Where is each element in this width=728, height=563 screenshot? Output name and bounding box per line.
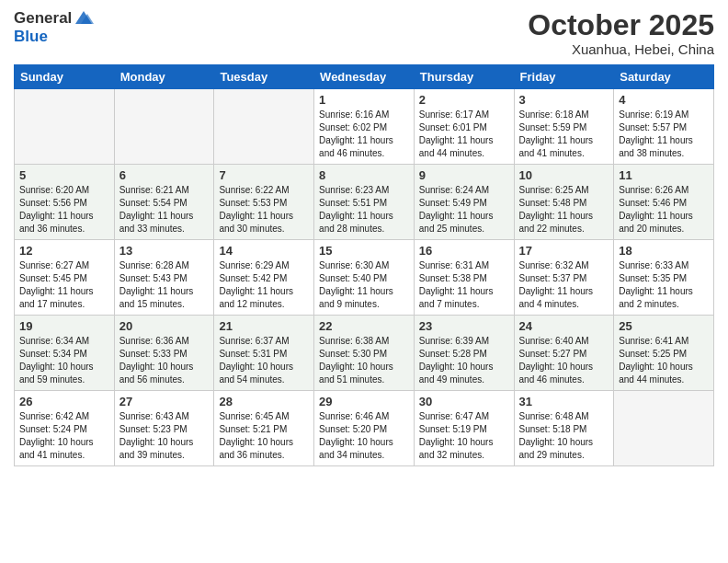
logo: General Blue — [14, 9, 94, 46]
day-info: Sunrise: 6:40 AMSunset: 5:27 PMDaylight:… — [519, 335, 609, 386]
calendar-cell: 28Sunrise: 6:45 AMSunset: 5:21 PMDayligh… — [214, 391, 314, 466]
day-info: Sunrise: 6:28 AMSunset: 5:43 PMDaylight:… — [119, 259, 210, 311]
calendar-week-row: 19Sunrise: 6:34 AMSunset: 5:34 PMDayligh… — [15, 316, 714, 391]
day-info: Sunrise: 6:17 AMSunset: 6:01 PMDaylight:… — [419, 109, 509, 160]
calendar-cell: 21Sunrise: 6:37 AMSunset: 5:31 PMDayligh… — [214, 316, 314, 391]
calendar-cell: 27Sunrise: 6:43 AMSunset: 5:23 PMDayligh… — [114, 391, 214, 466]
day-info: Sunrise: 6:36 AMSunset: 5:33 PMDaylight:… — [119, 335, 210, 386]
day-number: 31 — [519, 395, 609, 408]
calendar-cell: 30Sunrise: 6:47 AMSunset: 5:19 PMDayligh… — [414, 391, 514, 466]
day-number: 29 — [319, 395, 409, 408]
day-info: Sunrise: 6:46 AMSunset: 5:20 PMDaylight:… — [319, 410, 409, 462]
day-info: Sunrise: 6:24 AMSunset: 5:49 PMDaylight:… — [419, 184, 509, 236]
day-number: 3 — [519, 93, 609, 107]
day-number: 23 — [419, 319, 509, 333]
day-info: Sunrise: 6:41 AMSunset: 5:25 PMDaylight:… — [619, 335, 709, 386]
weekday-header-friday: Friday — [514, 65, 614, 89]
day-number: 30 — [419, 395, 509, 408]
day-number: 22 — [319, 319, 409, 333]
month-title: October 2025 — [528, 9, 714, 41]
calendar-cell: 25Sunrise: 6:41 AMSunset: 5:25 PMDayligh… — [614, 316, 714, 391]
day-number: 14 — [219, 244, 309, 258]
calendar-cell: 11Sunrise: 6:26 AMSunset: 5:46 PMDayligh… — [614, 165, 714, 240]
calendar-week-row: 26Sunrise: 6:42 AMSunset: 5:24 PMDayligh… — [15, 391, 714, 466]
calendar-cell — [114, 89, 214, 165]
calendar-cell: 10Sunrise: 6:25 AMSunset: 5:48 PMDayligh… — [514, 165, 614, 240]
weekday-header-sunday: Sunday — [15, 65, 115, 89]
weekday-header-saturday: Saturday — [614, 65, 714, 89]
weekday-header-monday: Monday — [114, 65, 214, 89]
day-info: Sunrise: 6:31 AMSunset: 5:38 PMDaylight:… — [419, 259, 509, 311]
day-number: 10 — [519, 168, 609, 182]
calendar-cell: 18Sunrise: 6:33 AMSunset: 5:35 PMDayligh… — [614, 240, 714, 316]
calendar-cell: 17Sunrise: 6:32 AMSunset: 5:37 PMDayligh… — [514, 240, 614, 316]
weekday-header-tuesday: Tuesday — [214, 65, 314, 89]
day-info: Sunrise: 6:37 AMSunset: 5:31 PMDaylight:… — [219, 335, 309, 386]
day-number: 11 — [619, 168, 709, 182]
day-number: 18 — [619, 244, 709, 258]
day-info: Sunrise: 6:20 AMSunset: 5:56 PMDaylight:… — [19, 184, 109, 236]
page-container: General Blue October 2025 Xuanhua, Hebei… — [0, 0, 728, 563]
calendar-cell — [15, 89, 115, 165]
day-info: Sunrise: 6:47 AMSunset: 5:19 PMDaylight:… — [419, 410, 509, 462]
calendar-week-row: 1Sunrise: 6:16 AMSunset: 6:02 PMDaylight… — [15, 89, 714, 165]
day-number: 28 — [219, 395, 309, 408]
calendar-cell: 6Sunrise: 6:21 AMSunset: 5:54 PMDaylight… — [114, 165, 214, 240]
day-number: 17 — [519, 244, 609, 258]
header: General Blue October 2025 Xuanhua, Hebei… — [14, 9, 714, 57]
calendar-cell: 23Sunrise: 6:39 AMSunset: 5:28 PMDayligh… — [414, 316, 514, 391]
weekday-header-thursday: Thursday — [414, 65, 514, 89]
day-number: 1 — [319, 93, 409, 107]
logo-icon — [74, 9, 94, 26]
day-info: Sunrise: 6:23 AMSunset: 5:51 PMDaylight:… — [319, 184, 409, 236]
calendar-cell — [614, 391, 714, 466]
calendar-cell: 2Sunrise: 6:17 AMSunset: 6:01 PMDaylight… — [414, 89, 514, 165]
calendar-cell: 4Sunrise: 6:19 AMSunset: 5:57 PMDaylight… — [614, 89, 714, 165]
logo-general: General — [14, 9, 72, 28]
day-info: Sunrise: 6:19 AMSunset: 5:57 PMDaylight:… — [619, 109, 709, 160]
day-info: Sunrise: 6:30 AMSunset: 5:40 PMDaylight:… — [319, 259, 409, 311]
day-info: Sunrise: 6:33 AMSunset: 5:35 PMDaylight:… — [619, 259, 709, 311]
day-info: Sunrise: 6:21 AMSunset: 5:54 PMDaylight:… — [119, 184, 210, 236]
day-info: Sunrise: 6:27 AMSunset: 5:45 PMDaylight:… — [19, 259, 109, 311]
calendar-cell — [214, 89, 314, 165]
calendar-cell: 24Sunrise: 6:40 AMSunset: 5:27 PMDayligh… — [514, 316, 614, 391]
day-info: Sunrise: 6:48 AMSunset: 5:18 PMDaylight:… — [519, 410, 609, 462]
calendar-week-row: 12Sunrise: 6:27 AMSunset: 5:45 PMDayligh… — [15, 240, 714, 316]
day-number: 25 — [619, 319, 709, 333]
day-info: Sunrise: 6:32 AMSunset: 5:37 PMDaylight:… — [519, 259, 609, 311]
day-info: Sunrise: 6:16 AMSunset: 6:02 PMDaylight:… — [319, 109, 409, 160]
calendar-cell: 8Sunrise: 6:23 AMSunset: 5:51 PMDaylight… — [314, 165, 415, 240]
day-number: 9 — [419, 168, 509, 182]
calendar-cell: 5Sunrise: 6:20 AMSunset: 5:56 PMDaylight… — [15, 165, 115, 240]
calendar-cell: 29Sunrise: 6:46 AMSunset: 5:20 PMDayligh… — [314, 391, 415, 466]
calendar-cell: 15Sunrise: 6:30 AMSunset: 5:40 PMDayligh… — [314, 240, 415, 316]
title-block: October 2025 Xuanhua, Hebei, China — [528, 9, 714, 57]
day-number: 16 — [419, 244, 509, 258]
day-number: 27 — [119, 395, 210, 408]
calendar-cell: 22Sunrise: 6:38 AMSunset: 5:30 PMDayligh… — [314, 316, 415, 391]
day-number: 4 — [619, 93, 709, 107]
day-number: 15 — [319, 244, 409, 258]
day-number: 7 — [219, 168, 309, 182]
location: Xuanhua, Hebei, China — [528, 41, 714, 57]
calendar-cell: 14Sunrise: 6:29 AMSunset: 5:42 PMDayligh… — [214, 240, 314, 316]
calendar-cell: 16Sunrise: 6:31 AMSunset: 5:38 PMDayligh… — [414, 240, 514, 316]
day-info: Sunrise: 6:38 AMSunset: 5:30 PMDaylight:… — [319, 335, 409, 386]
weekday-header-wednesday: Wednesday — [314, 65, 415, 89]
day-number: 21 — [219, 319, 309, 333]
logo-blue: Blue — [14, 28, 94, 46]
day-number: 5 — [19, 168, 109, 182]
day-number: 2 — [419, 93, 509, 107]
day-number: 26 — [19, 395, 109, 408]
calendar-cell: 7Sunrise: 6:22 AMSunset: 5:53 PMDaylight… — [214, 165, 314, 240]
day-info: Sunrise: 6:25 AMSunset: 5:48 PMDaylight:… — [519, 184, 609, 236]
calendar-cell: 9Sunrise: 6:24 AMSunset: 5:49 PMDaylight… — [414, 165, 514, 240]
day-info: Sunrise: 6:39 AMSunset: 5:28 PMDaylight:… — [419, 335, 509, 386]
day-info: Sunrise: 6:22 AMSunset: 5:53 PMDaylight:… — [219, 184, 309, 236]
day-number: 12 — [19, 244, 109, 258]
day-info: Sunrise: 6:42 AMSunset: 5:24 PMDaylight:… — [19, 410, 109, 462]
day-info: Sunrise: 6:34 AMSunset: 5:34 PMDaylight:… — [19, 335, 109, 386]
day-info: Sunrise: 6:29 AMSunset: 5:42 PMDaylight:… — [219, 259, 309, 311]
day-number: 20 — [119, 319, 210, 333]
